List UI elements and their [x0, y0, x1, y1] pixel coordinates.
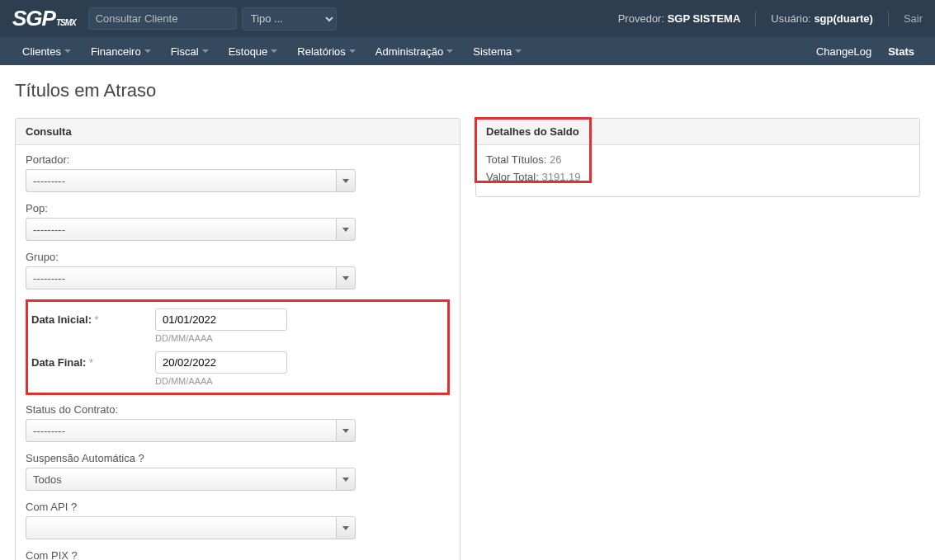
data-final-input[interactable] [155, 351, 287, 374]
total-titulos-value: 26 [550, 153, 561, 166]
logo-sub: TSMX [56, 18, 76, 27]
menu-sistema[interactable]: Sistema [463, 37, 531, 65]
saldo-panel: Detalhes do Saldo Total Títulos: 26 Valo… [475, 118, 920, 197]
provedor-label: Provedor: SGP SISTEMA [618, 12, 741, 25]
portador-select[interactable]: --------- [26, 169, 356, 192]
menu-fiscal[interactable]: Fiscal [161, 37, 219, 65]
chevron-down-icon[interactable] [336, 516, 356, 539]
logo[interactable]: SGP TSMX [12, 6, 76, 31]
chevron-down-icon [349, 49, 356, 53]
saldo-header: Detalhes do Saldo [476, 119, 919, 145]
chevron-down-icon[interactable] [336, 169, 356, 192]
status-contrato-select[interactable]: --------- [26, 419, 356, 442]
usuario-label: Usuário: sgp(duarte) [771, 12, 873, 25]
grupo-label: Grupo: [26, 251, 450, 263]
tipo-select[interactable]: Tipo ... [242, 7, 337, 31]
consulta-header: Consulta [16, 119, 460, 145]
divider [755, 11, 756, 27]
chevron-down-icon [271, 49, 277, 53]
valor-total-value: 3191,19 [541, 171, 580, 183]
menu-clientes[interactable]: Clientes [12, 37, 81, 65]
chevron-down-icon [144, 49, 151, 53]
data-inicial-help: DD/MM/AAAA [155, 333, 287, 343]
chevron-down-icon[interactable] [336, 468, 356, 491]
menu-estoque[interactable]: Estoque [219, 37, 288, 65]
status-contrato-label: Status do Contrato: [26, 403, 450, 416]
portador-label: Portador: [26, 153, 450, 166]
stats-link[interactable]: Stats [880, 45, 923, 58]
chevron-down-icon [515, 49, 522, 53]
menu-financeiro[interactable]: Financeiro [81, 37, 161, 65]
pop-select[interactable]: --------- [26, 218, 356, 241]
com-pix-label: Com PIX ? [26, 549, 450, 560]
divider [888, 11, 889, 27]
chevron-down-icon[interactable] [336, 266, 356, 289]
menu-administracao[interactable]: Administração [366, 37, 463, 65]
topbar: SGP TSMX Tipo ... Provedor: SGP SISTEMA … [0, 0, 935, 37]
chevron-down-icon [202, 49, 209, 53]
com-api-select[interactable] [26, 516, 356, 539]
menubar: Clientes Financeiro Fiscal Estoque Relat… [0, 37, 935, 65]
changelog-link[interactable]: ChangeLog [808, 45, 880, 58]
search-input[interactable] [88, 7, 237, 30]
total-titulos-row: Total Títulos: 26 [486, 153, 909, 166]
logout-link[interactable]: Sair [904, 12, 923, 25]
chevron-down-icon[interactable] [336, 419, 356, 442]
pop-label: Pop: [26, 202, 450, 214]
suspensao-label: Suspensão Automática ? [26, 452, 450, 464]
com-api-label: Com API ? [26, 501, 450, 513]
logo-main: SGP [12, 6, 55, 31]
data-inicial-label: Data Inicial: [31, 313, 92, 326]
data-final-label: Data Final: [31, 356, 86, 369]
chevron-down-icon[interactable] [336, 218, 356, 241]
chevron-down-icon [64, 49, 71, 53]
data-inicial-input[interactable] [155, 308, 287, 331]
grupo-select[interactable]: --------- [26, 266, 356, 289]
consulta-panel: Consulta Portador: --------- Pop: [15, 118, 460, 560]
menu-relatorios[interactable]: Relatórios [287, 37, 366, 65]
suspensao-select[interactable]: Todos [26, 468, 356, 491]
chevron-down-icon [446, 49, 453, 53]
valor-total-row: Valor Total: 3191,19 [486, 171, 909, 183]
page-title: Títulos em Atraso [15, 80, 920, 101]
date-range-highlight: Data Inicial: * DD/MM/AAAA Data Final: *… [26, 299, 450, 395]
data-final-help: DD/MM/AAAA [155, 376, 287, 386]
